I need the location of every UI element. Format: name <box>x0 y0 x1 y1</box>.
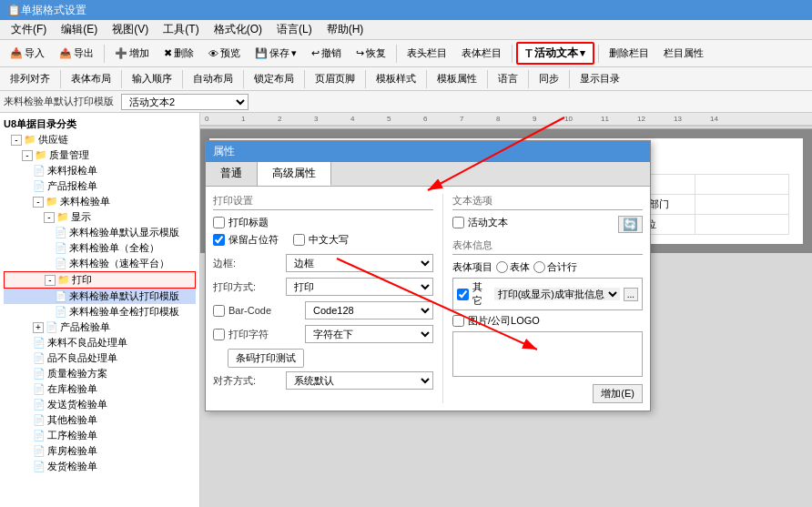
tree-toggle-print[interactable]: - <box>45 275 56 286</box>
tree-toggle-supplier[interactable]: - <box>11 135 22 146</box>
lang-button[interactable]: 语言 <box>492 69 524 88</box>
import-button[interactable]: 📥 导入 <box>4 44 51 63</box>
border-select[interactable]: 边框 <box>286 254 433 272</box>
template-select[interactable]: 活动文本2 <box>121 94 249 110</box>
menu-edit[interactable]: 编辑(E) <box>54 20 105 39</box>
print-char-checkbox[interactable] <box>213 329 225 340</box>
print-method-select[interactable]: 打印 <box>286 278 433 296</box>
tab-advanced[interactable]: 高级属性 <box>258 162 331 186</box>
align-select[interactable]: 系统默认 <box>286 371 433 390</box>
other-select[interactable]: 打印(或显示)成审批信息 <box>494 288 620 300</box>
app-title: 单据格式设置 <box>21 3 86 18</box>
add-button[interactable]: ➕ 增加 <box>108 44 156 63</box>
sidebar-item-wi[interactable]: 📄 工序检验单 <box>4 428 196 443</box>
undo-button[interactable]: ↩ 撤销 <box>305 44 348 63</box>
title-bar: 📋 单据格式设置 <box>0 0 812 20</box>
sep1 <box>104 45 105 63</box>
body-cols-button[interactable]: 表体栏目 <box>455 44 508 63</box>
other-dots-button[interactable]: ... <box>624 288 638 301</box>
preview-button[interactable]: 👁 预览 <box>202 44 247 63</box>
barcode-select[interactable]: Code128 <box>305 301 433 319</box>
menu-lang[interactable]: 语言(L) <box>269 20 320 39</box>
show-dir-button[interactable]: 显示目录 <box>573 69 626 88</box>
sidebar-item-supplier[interactable]: - 📁 供应链 <box>4 132 196 147</box>
active-text-checkbox[interactable] <box>452 217 464 228</box>
add-e-button[interactable]: 增加(E) <box>593 384 643 403</box>
template-name: 来料检验单默认打印模版 <box>4 95 114 108</box>
template-bar: 来料检验单默认打印模版 活动文本2 <box>0 91 812 113</box>
sidebar-item-product-inspect[interactable]: + 📄 产品检验单 <box>4 319 196 335</box>
tree-toggle-display[interactable]: - <box>44 212 55 223</box>
menu-format[interactable]: 格式化(O) <box>207 20 269 39</box>
other-checkbox[interactable] <box>457 289 469 300</box>
main-layout: U8单据目录分类 - 📁 供应链 - 📁 质量管理 📄 来料报检单 📄 产品报检… <box>0 113 812 507</box>
sidebar-item-material-report[interactable]: 📄 来料报检单 <box>4 163 196 178</box>
tree-toggle-pi[interactable]: + <box>33 322 44 333</box>
toolbar1: 📥 导入 📤 导出 ➕ 增加 ✖ 删除 👁 预览 💾 保存 ▾ ↩ 撤销 ↪ 恢… <box>0 40 812 67</box>
props-title-text: 属性 <box>213 144 235 159</box>
sidebar-item-si[interactable]: 📄 在库检验单 <box>4 381 196 397</box>
body-layout-button[interactable]: 表体布局 <box>65 69 117 88</box>
menu-view[interactable]: 视图(V) <box>105 20 156 39</box>
file-icon-pd: 📄 <box>55 290 67 302</box>
sidebar-item-li[interactable]: 📄 库房检验单 <box>4 443 196 459</box>
sidebar-item-qm[interactable]: - 📁 质量管理 <box>4 147 196 163</box>
template-style-button[interactable]: 模板样式 <box>370 69 422 88</box>
sidebar-item-print[interactable]: - 📁 打印 <box>4 271 196 289</box>
logo-checkbox[interactable] <box>452 315 464 327</box>
sync-button[interactable]: 同步 <box>533 69 565 88</box>
sidebar-item-display-all[interactable]: 📄 来料检验单（全检） <box>4 240 196 256</box>
sidebar-item-oi[interactable]: 📄 其他检验单 <box>4 412 196 428</box>
barcode-checkbox[interactable] <box>213 305 225 317</box>
sidebar-item-incoming[interactable]: - 📁 来料检验单 <box>4 194 196 209</box>
tree-toggle-qm[interactable]: - <box>22 150 33 161</box>
print-char-select[interactable]: 字符在下 <box>305 325 433 343</box>
lock-layout-button[interactable]: 锁定布局 <box>248 69 300 88</box>
tree-root: U8单据目录分类 <box>4 117 196 132</box>
header-cols-button[interactable]: 表头栏目 <box>401 44 453 63</box>
sidebar-item-ir[interactable]: 📄 来料不良品处理单 <box>4 335 196 350</box>
sidebar-item-pr[interactable]: 📄 品不良品处理单 <box>4 350 196 366</box>
auto-layout-button[interactable]: 自动布局 <box>187 69 239 88</box>
menu-file[interactable]: 文件(F) <box>4 20 54 39</box>
active-text-button[interactable]: T 活动文本 ▾ <box>516 42 594 65</box>
header-footer-button[interactable]: 页眉页脚 <box>309 69 361 88</box>
sidebar-item-qp[interactable]: 📄 质量检验方案 <box>4 366 196 381</box>
input-order-button[interactable]: 输入顺序 <box>126 69 178 88</box>
print-title-checkbox[interactable] <box>213 217 225 228</box>
redo-button[interactable]: ↪ 恢复 <box>350 44 392 63</box>
sep-t2-8 <box>487 70 488 88</box>
sidebar-item-display-fast[interactable]: 📄 来料检验（速检平台） <box>4 256 196 271</box>
sidebar-item-di[interactable]: 📄 发送货检验单 <box>4 397 196 412</box>
total-radio-input[interactable] <box>533 261 545 273</box>
align-button[interactable]: 排列对齐 <box>4 69 56 88</box>
sidebar-item-display-default[interactable]: 📄 来料检验单默认显示模版 <box>4 225 196 240</box>
folder-icon: 📁 <box>24 134 36 146</box>
sidebar-item-di2[interactable]: 📄 发货检验单 <box>4 459 196 474</box>
keep-placeholder-checkbox[interactable] <box>213 234 225 246</box>
sidebar-item-product-report[interactable]: 📄 产品报检单 <box>4 178 196 194</box>
print-char-group: 打印字符 字符在下 <box>213 325 433 343</box>
sidebar-item-display[interactable]: - 📁 显示 <box>4 209 196 225</box>
template-props-button[interactable]: 模板属性 <box>431 69 483 88</box>
chinese-caps-row: 中文大写 <box>293 233 349 247</box>
sidebar-item-print-default[interactable]: 📄 来料检验单默认打印模版 <box>4 289 196 304</box>
props-body: 打印设置 打印标题 保留占位符 <box>206 187 650 411</box>
refresh-button[interactable]: 🔄 <box>618 216 643 233</box>
menu-tools[interactable]: 工具(T) <box>156 20 206 39</box>
sidebar-item-print-all[interactable]: 📄 来料检验单全检打印模板 <box>4 304 196 319</box>
barcode-test-button[interactable]: 条码打印测试 <box>228 349 304 368</box>
body-radio-input[interactable] <box>496 261 508 273</box>
chinese-caps-checkbox[interactable] <box>293 234 305 246</box>
tab-general[interactable]: 普通 <box>206 162 258 186</box>
delete-col-button[interactable]: 删除栏目 <box>603 44 655 63</box>
export-button[interactable]: 📤 导出 <box>53 44 100 63</box>
total-radio: 合计行 <box>533 260 577 274</box>
tree-toggle-incoming[interactable]: - <box>33 197 44 208</box>
col-props-button[interactable]: 栏目属性 <box>657 44 710 63</box>
menu-help[interactable]: 帮助(H) <box>320 20 371 39</box>
svg-rect-0 <box>200 113 812 127</box>
save-button[interactable]: 💾 保存 ▾ <box>249 44 303 63</box>
delete-button[interactable]: ✖ 删除 <box>157 44 200 63</box>
active-text-row: 活动文本 <box>452 216 508 229</box>
